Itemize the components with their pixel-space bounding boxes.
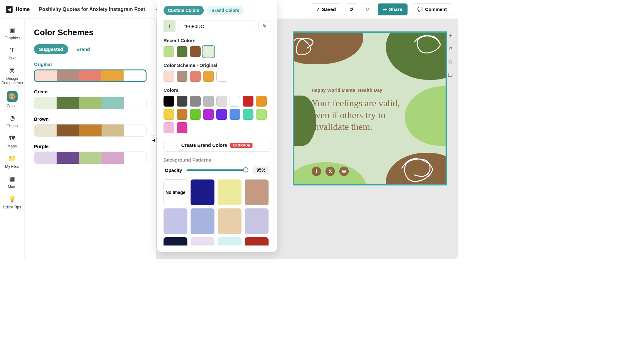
charts-icon: ◔ bbox=[8, 114, 16, 122]
color-swatch[interactable] bbox=[203, 109, 214, 120]
delete-page-button[interactable]: 🗑 bbox=[447, 58, 454, 65]
color-swatch[interactable] bbox=[177, 46, 187, 57]
document-title[interactable]: Positivity Quotes for Anxiety Instagram … bbox=[39, 7, 158, 12]
pattern-swatch[interactable] bbox=[245, 208, 269, 234]
colors-row bbox=[164, 96, 270, 133]
scheme-swatch bbox=[34, 152, 57, 164]
color-swatch[interactable] bbox=[177, 71, 187, 82]
add-color-button[interactable]: + bbox=[164, 20, 175, 32]
pattern-swatch[interactable] bbox=[164, 208, 187, 234]
check-icon: ✓ bbox=[316, 7, 320, 12]
color-swatch[interactable] bbox=[203, 46, 214, 57]
rail-graphics[interactable]: ▣ Graphics bbox=[4, 26, 19, 40]
create-brand-colors-button[interactable]: Create Brand Colors UPGRADE bbox=[164, 139, 270, 152]
rail-text[interactable]: 𝐓 Text bbox=[8, 46, 16, 60]
canvas-subtitle: Happy World Mental Health Day bbox=[312, 88, 415, 93]
scheme-label-purple: Purple bbox=[34, 144, 147, 149]
color-swatch[interactable] bbox=[216, 96, 227, 107]
home-button[interactable]: ◀ Home bbox=[6, 6, 30, 13]
undo-button[interactable]: ↺ bbox=[346, 3, 357, 15]
rail-maps[interactable]: 🗺 Maps bbox=[8, 134, 17, 148]
opacity-slider[interactable] bbox=[186, 169, 248, 171]
opacity-label: Opacity bbox=[165, 168, 182, 173]
pattern-swatch[interactable] bbox=[218, 208, 242, 234]
pattern-swatch[interactable] bbox=[245, 237, 269, 245]
duplicate-page-button[interactable]: ⧉ bbox=[447, 45, 454, 52]
color-swatch[interactable] bbox=[164, 122, 174, 133]
canvas-text-block[interactable]: Happy World Mental Health Day Your feeli… bbox=[312, 88, 415, 133]
color-swatch[interactable] bbox=[164, 96, 174, 107]
color-swatch[interactable] bbox=[243, 109, 253, 120]
eyedropper-button[interactable]: ✎ bbox=[258, 20, 270, 32]
design-canvas[interactable]: Happy World Mental Health Day Your feeli… bbox=[293, 31, 447, 185]
comment-button[interactable]: 💬 Comment bbox=[412, 3, 452, 15]
color-swatch[interactable] bbox=[164, 71, 174, 82]
color-swatch[interactable] bbox=[203, 71, 214, 82]
scheme-swatch bbox=[79, 152, 101, 164]
color-swatch[interactable] bbox=[177, 96, 187, 107]
color-swatch[interactable] bbox=[164, 46, 174, 57]
color-swatch[interactable] bbox=[256, 96, 267, 107]
plus-icon: + bbox=[168, 23, 171, 30]
recent-colors-label: Recent Colors bbox=[164, 38, 270, 43]
add-page-button[interactable]: ⊞ bbox=[447, 31, 454, 39]
tab-brand[interactable]: Brand bbox=[71, 44, 95, 54]
scheme-swatch bbox=[34, 97, 57, 109]
pattern-swatch[interactable] bbox=[218, 179, 242, 205]
pattern-swatch[interactable] bbox=[218, 237, 242, 245]
tab-suggested[interactable]: Suggested bbox=[34, 44, 68, 54]
scheme-label-original: Original bbox=[34, 62, 147, 67]
graphics-icon: ▣ bbox=[8, 26, 16, 34]
comment-icon: 💬 bbox=[417, 7, 423, 12]
color-swatch[interactable] bbox=[216, 71, 227, 82]
collapse-panel-handle[interactable]: ◀ bbox=[151, 135, 157, 145]
pattern-swatch[interactable] bbox=[164, 237, 187, 245]
pattern-swatch[interactable] bbox=[191, 208, 214, 234]
color-swatch[interactable] bbox=[203, 96, 214, 107]
scheme-colors-label: Color Scheme - Original bbox=[164, 63, 270, 68]
slider-thumb[interactable] bbox=[243, 167, 248, 173]
color-swatch[interactable] bbox=[190, 109, 201, 120]
pattern-swatch[interactable] bbox=[191, 237, 214, 245]
scribble-icon bbox=[411, 31, 447, 58]
color-swatch[interactable] bbox=[177, 109, 187, 120]
scheme-brown[interactable] bbox=[34, 124, 147, 137]
text-icon: 𝐓 bbox=[8, 46, 16, 54]
color-swatch[interactable] bbox=[230, 109, 240, 120]
color-swatch[interactable] bbox=[190, 96, 201, 107]
rail-charts[interactable]: ◔ Charts bbox=[7, 114, 18, 128]
rail-more[interactable]: ▦ More bbox=[8, 174, 16, 189]
facebook-icon[interactable]: f bbox=[312, 167, 321, 176]
color-swatch[interactable] bbox=[164, 109, 174, 120]
twitter-icon[interactable]: 𝕏 bbox=[325, 167, 335, 176]
hex-input[interactable] bbox=[179, 20, 255, 32]
scheme-colors-row bbox=[164, 71, 270, 82]
color-swatch[interactable] bbox=[216, 109, 227, 120]
color-swatch[interactable] bbox=[190, 46, 201, 57]
color-swatch[interactable] bbox=[190, 71, 201, 82]
share-button[interactable]: ➦ Share bbox=[378, 3, 408, 15]
rail-design-components[interactable]: ⌘ Design Components bbox=[1, 66, 23, 85]
pattern-no-image[interactable]: No Image bbox=[164, 179, 187, 205]
color-swatch[interactable] bbox=[177, 122, 187, 133]
pattern-grid: No Image bbox=[164, 179, 270, 245]
canvas-quote: Your feelings are valid, even if others … bbox=[312, 97, 415, 133]
rail-colors[interactable]: 🎨 Colors bbox=[7, 91, 18, 108]
rail-my-files[interactable]: 📁 My Files bbox=[5, 154, 19, 169]
panel-title: Color Schemes bbox=[34, 28, 147, 37]
email-icon[interactable]: ✉ bbox=[339, 167, 349, 176]
scheme-purple[interactable] bbox=[34, 152, 147, 164]
color-swatch[interactable] bbox=[230, 96, 240, 107]
rail-editor-tips[interactable]: 💡 Editor Tips bbox=[3, 195, 21, 209]
copy-style-button[interactable]: ❐ bbox=[447, 71, 454, 79]
pattern-swatch[interactable] bbox=[245, 179, 269, 205]
tab-brand-colors[interactable]: Brand Colors bbox=[207, 6, 244, 15]
tab-custom-colors[interactable]: Custom Colors bbox=[164, 6, 204, 15]
scheme-green[interactable] bbox=[34, 97, 147, 109]
saved-indicator[interactable]: ✓ Saved bbox=[311, 3, 341, 15]
scheme-original[interactable] bbox=[34, 69, 147, 82]
redo-button[interactable]: ↻ bbox=[362, 3, 373, 15]
color-swatch[interactable] bbox=[243, 96, 253, 107]
pattern-swatch[interactable] bbox=[191, 179, 214, 205]
color-swatch[interactable] bbox=[256, 109, 267, 120]
